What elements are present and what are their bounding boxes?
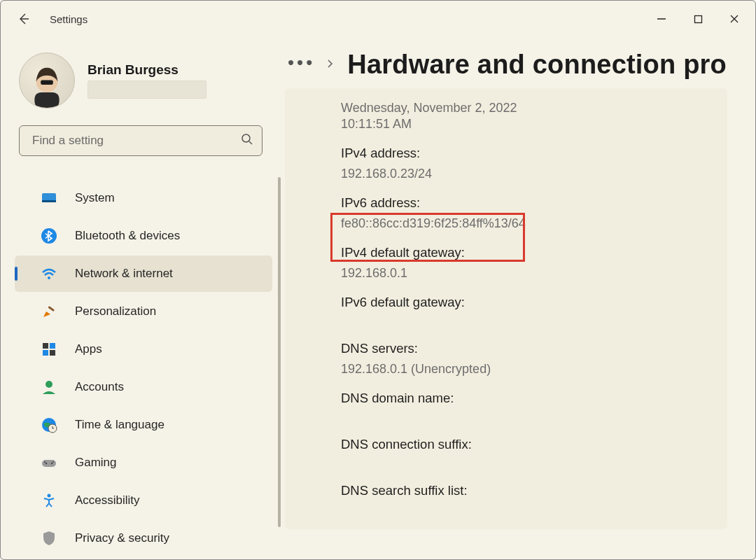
nav-label: Gaming [75,456,117,470]
nav: System Bluetooth & devices Network & int… [1,180,281,556]
nav-label: System [75,191,115,205]
ipv6-address-label: IPv6 address: [341,195,720,211]
svg-point-26 [48,494,51,498]
nav-item-system[interactable]: System [15,180,272,216]
main: ••• Hardware and connection pro Wednesda… [281,37,755,559]
apps-icon [40,340,58,358]
search-box[interactable] [19,125,262,156]
svg-rect-6 [41,80,53,85]
close-button[interactable] [716,4,752,34]
nav-label: Time & language [75,418,164,432]
svg-rect-10 [42,200,56,202]
gamepad-icon [40,454,58,472]
nav-label: Accessibility [75,493,140,507]
nav-item-accessibility[interactable]: Accessibility [15,482,272,519]
nav-item-accounts[interactable]: Accounts [15,369,272,405]
sidebar: Brian Burgess System Bluetooth & devices [1,37,281,559]
arrow-left-icon [17,12,31,26]
minimize-icon [657,14,666,24]
svg-point-12 [48,276,50,279]
dns-servers-value: 192.168.0.1 (Unencrypted) [341,362,720,377]
detail-time: 10:11:51 AM [341,117,720,132]
dns-servers-label: DNS servers: [341,341,720,356]
nav-label: Privacy & security [75,531,169,545]
svg-point-24 [44,461,46,463]
nav-item-personalization[interactable]: Personalization [15,293,272,330]
nav-item-time[interactable]: Time & language [15,407,272,443]
chevron-right-icon [325,58,336,72]
profile-text: Brian Burgess [88,62,206,99]
wifi-icon [40,265,58,283]
window-controls [643,4,752,34]
close-icon [729,14,739,24]
profile-name: Brian Burgess [88,62,206,78]
avatar-image [24,62,70,108]
svg-rect-4 [34,92,59,108]
app-title: Settings [50,13,88,25]
ipv4-gateway-value: 192.168.0.1 [341,266,720,281]
nav-item-gaming[interactable]: Gaming [15,444,272,481]
svg-rect-16 [43,350,48,356]
profile-section: Brian Burgess [1,50,281,118]
page-title: Hardware and connection pro [347,50,727,80]
ipv4-address-label: IPv4 address: [341,146,720,161]
maximize-icon [694,15,703,24]
svg-point-25 [52,461,54,463]
ipv4-address-value: 192.168.0.23/24 [341,167,720,181]
breadcrumb: ••• Hardware and connection pro [281,37,755,88]
ipv6-gateway-label: IPv6 default gateway: [341,295,720,310]
nav-label: Network & internet [75,267,173,281]
nav-label: Apps [75,342,102,356]
nav-item-bluetooth[interactable]: Bluetooth & devices [15,218,272,254]
detail-date: Wednesday, November 2, 2022 [341,101,720,115]
titlebar: Settings [1,1,755,37]
annotation-highlight [330,213,525,262]
ellipsis-icon[interactable]: ••• [288,52,315,78]
svg-point-22 [46,463,47,464]
minimize-button[interactable] [643,4,680,34]
svg-rect-13 [48,306,55,312]
svg-line-8 [249,141,252,144]
svg-rect-15 [50,343,55,349]
nav-label: Personalization [75,304,156,318]
shield-icon [40,529,58,547]
search-input[interactable] [31,133,241,148]
dns-domain-label: DNS domain name: [341,391,720,406]
dns-search-label: DNS search suffix list: [341,483,720,498]
maximize-button[interactable] [680,4,716,34]
search-icon [241,133,253,148]
nav-label: Accounts [75,380,124,394]
system-icon [40,189,58,207]
bluetooth-icon [40,227,58,245]
svg-point-23 [51,463,52,464]
svg-rect-14 [43,343,48,349]
paintbrush-icon [40,302,58,321]
nav-label: Bluetooth & devices [75,229,180,243]
svg-point-7 [242,134,250,142]
svg-point-18 [46,381,52,388]
avatar[interactable] [19,52,75,108]
svg-rect-21 [42,460,56,467]
person-icon [40,378,58,396]
back-button[interactable] [13,8,34,29]
svg-rect-1 [694,15,701,22]
properties-panel: Wednesday, November 2, 2022 10:11:51 AM … [285,88,727,529]
nav-item-network[interactable]: Network & internet [15,255,272,292]
nav-item-privacy[interactable]: Privacy & security [15,520,272,556]
accessibility-icon [40,491,58,510]
dns-suffix-label: DNS connection suffix: [341,437,720,452]
nav-item-apps[interactable]: Apps [15,331,272,368]
clock-globe-icon [40,416,58,434]
svg-rect-17 [50,350,55,356]
profile-email-redacted [88,80,206,99]
